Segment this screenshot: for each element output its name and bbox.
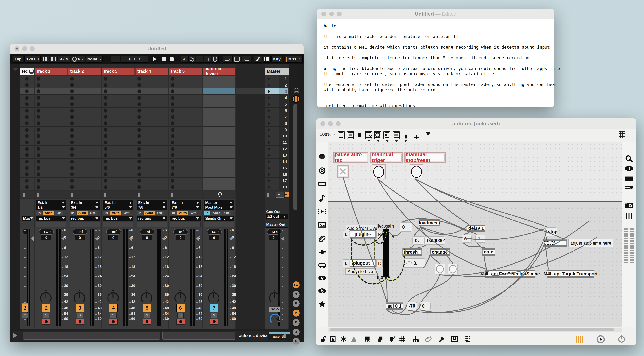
ableton-titlebar[interactable]: Untitled [10,44,304,54]
scene-play-icon[interactable] [268,179,272,183]
volume-display[interactable]: -Inf [106,229,121,235]
metronome-button[interactable] [71,56,85,63]
scene-play-icon[interactable] [268,77,272,81]
clip-slot[interactable] [102,108,135,114]
object-fire-selected-scene[interactable]: M4L.api.FireSelectedScene [485,270,535,278]
clip-slot[interactable] [102,184,135,191]
clip-slot[interactable] [169,127,202,133]
clip-stop-slot[interactable] [136,191,168,198]
pan-display[interactable]: 0 [176,235,186,240]
message-stop[interactable]: stop [545,227,558,236]
scene-play-icon[interactable] [268,122,272,125]
input-channel-dropdown[interactable]: Post Mixer [204,205,234,210]
monitor-in-button[interactable]: In [137,211,143,215]
clip-slot[interactable] [169,95,202,101]
clip-slot[interactable] [136,146,168,152]
clip-slot[interactable] [35,127,68,133]
comment-pause-auto-rec[interactable]: pause auto rec [333,152,368,162]
monitor-off-button[interactable]: Off [189,211,197,215]
nudge-down-button[interactable] [42,56,49,63]
monitor-off-button[interactable]: Off [122,211,130,215]
lock-open-icon[interactable] [320,336,326,342]
object-plugout[interactable]: plugout~ [350,259,376,267]
scene-row[interactable]: 16 [265,171,288,178]
scene-row[interactable]: 5 [265,101,288,108]
track-activator[interactable]: 1 [22,304,28,312]
scene-play-icon[interactable] [268,90,272,93]
audition-icon[interactable] [350,336,358,342]
clip-slot[interactable] [169,152,202,158]
comment-l2[interactable]: L [343,259,349,267]
fader-handle[interactable] [279,236,284,241]
clip-slot[interactable] [20,152,34,158]
clip-slot[interactable] [35,101,68,108]
scene-row[interactable]: 3 [265,88,288,95]
clip-slot[interactable] [68,127,101,133]
arm-button[interactable] [210,319,218,325]
clip-slot[interactable] [35,76,68,82]
stop-button[interactable] [160,56,168,63]
monitor-in-button[interactable]: In [170,211,177,215]
track-activator[interactable]: 6 [176,304,185,312]
object-delay-1[interactable]: delay 1 [467,225,485,232]
volume-display[interactable]: -Inf [174,229,188,235]
crop-align-icon[interactable] [389,336,396,342]
output-dropdown[interactable]: rec bus [103,216,134,221]
clip-slot[interactable] [136,108,168,114]
clip-slot[interactable] [136,114,168,120]
scene-play-icon[interactable] [268,115,272,119]
object-toggle-transport[interactable]: M4L.api.ToggleTransport [547,270,594,278]
grid-snap-icon[interactable] [399,336,406,342]
clip-slot[interactable] [169,184,202,191]
audio-power-icon[interactable] [618,336,625,342]
clip-slot[interactable] [202,95,236,101]
clip-slot[interactable] [136,165,168,171]
track-activator[interactable]: 3 [76,304,84,312]
monitor-auto-button[interactable]: Auto [144,211,155,215]
output-dropdown[interactable]: rec bus [170,216,200,221]
pan-knob[interactable] [40,292,52,304]
collapse-arrow-icon[interactable] [13,68,18,74]
object-gate[interactable]: gate [482,248,495,256]
clip-slot[interactable] [136,171,168,178]
clip-slot[interactable] [35,95,68,101]
object-change[interactable]: change [430,248,450,256]
fader-handle[interactable] [93,236,98,241]
clip-slot[interactable] [102,101,135,108]
fader-handle[interactable] [28,236,34,241]
scene-row[interactable]: 12 [265,146,288,152]
clip-slot[interactable] [169,171,202,178]
comment-audio-to-live[interactable]: Audio to Live [346,268,375,275]
clip-slot[interactable] [136,133,168,139]
scene-row[interactable]: 18 [265,184,288,191]
clip-slot[interactable] [102,127,135,133]
clip-slot[interactable] [68,76,101,82]
monitor-off-button[interactable]: Off [55,211,63,215]
clip-slot[interactable] [20,101,34,108]
clip-slot[interactable] [102,165,135,171]
frame-icon[interactable] [318,262,326,268]
monitor-in-button[interactable]: In [70,211,76,215]
monitor-auto-button[interactable]: Auto [110,211,121,215]
scene-play-icon[interactable] [268,134,272,138]
max-titlebar[interactable]: auto rec (unlocked) [316,118,636,129]
message-m70[interactable]: -70 [406,302,418,310]
clip-slot[interactable] [68,178,101,184]
track-header-master[interactable]: Master [265,68,288,75]
object-delay-5000[interactable]: delay 5000 [544,239,567,247]
clip-slot[interactable] [169,101,202,108]
clip-slot[interactable] [20,82,34,89]
output-dropdown[interactable]: rec bus [70,216,100,221]
clip-slot[interactable] [102,76,135,82]
clip-slot[interactable] [68,158,101,165]
clip-slot[interactable] [102,171,135,178]
scene-play-icon[interactable] [268,109,272,113]
fader[interactable] [123,229,128,326]
arm-button[interactable] [176,319,185,325]
clip-stop-slot[interactable] [35,191,68,198]
track-activator[interactable]: 2 [42,304,50,312]
output-dropdown[interactable]: rec bus [137,216,167,221]
clip-slot[interactable] [136,184,168,191]
star-icon[interactable] [318,300,326,308]
clip-slot[interactable] [169,178,202,184]
